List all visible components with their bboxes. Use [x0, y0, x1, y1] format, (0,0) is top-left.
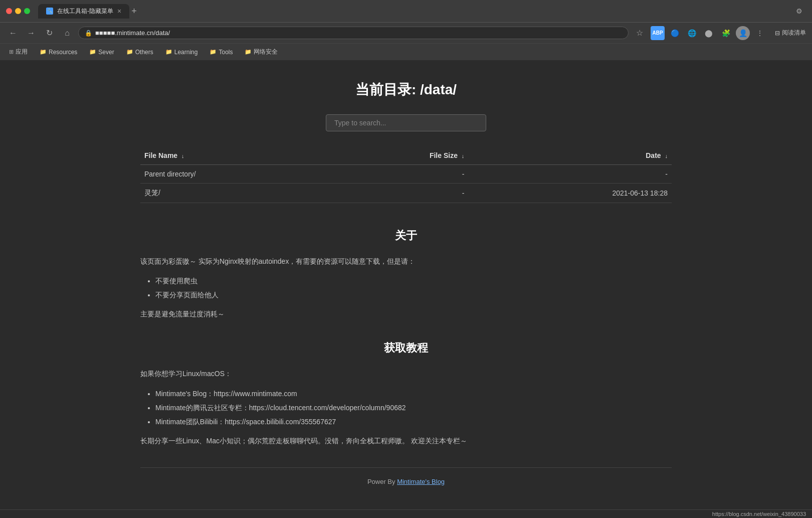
bookmark-sever-label: Sever [98, 49, 114, 56]
bookmark-learning-label: Learning [174, 49, 198, 56]
nav-bar: ← → ↻ ⌂ 🔒 ☆ ABP 🔵 🌐 ⬤ 🧩 👤 ⋮ ⊟ 阅读清单 [0, 22, 812, 43]
status-bar: https://blog.csdn.net/weixin_43890033 [0, 509, 812, 518]
abp-extension-icon[interactable]: ABP [651, 26, 665, 40]
page-title: 当前目录: /data/ [140, 80, 672, 99]
about-section: 关于 该页面为彩蛋嗷～ 实际为Nginx映射的autoindex，有需要的资源可… [140, 228, 672, 320]
tutorial-link-item: Mintimate的腾讯云社区专栏：https://cloud.tencent.… [155, 401, 672, 415]
active-tab[interactable]: 🔧 在线工具箱-隐藏菜单 × [38, 4, 129, 19]
bookmarks-bar: ⊞ 应用 📁 Resources 📁 Sever 📁 Others 📁 Lear… [0, 43, 812, 60]
date-column-header[interactable]: Date ↓ [468, 146, 672, 165]
folder-icon-resources: 📁 [40, 49, 47, 55]
about-note: 主要是避免流量过度消耗～ [140, 308, 672, 320]
tutorial-closing: 长期分享一些Linux、Mac小知识；偶尔荒腔走板聊聊代码。没错，奔向全栈工程师… [140, 435, 672, 447]
back-button[interactable]: ← [6, 26, 20, 40]
filesize-cell: - [331, 184, 469, 203]
status-url: https://blog.csdn.net/weixin_43890033 [712, 511, 806, 517]
filesize-sort-icon: ↓ [462, 153, 465, 159]
date-sort-icon: ↓ [665, 153, 668, 159]
footer: Power By Mintimate's Blog [140, 467, 672, 495]
bookmark-tools-label: Tools [219, 49, 233, 56]
url-input[interactable] [95, 29, 622, 37]
bookmark-learning[interactable]: 📁 Learning [162, 48, 201, 57]
filename-sort-icon: ↓ [181, 153, 184, 159]
bookmark-apps-label: 应用 [16, 48, 28, 56]
filesize-cell: - [331, 165, 469, 184]
about-title: 关于 [140, 228, 672, 243]
tutorial-section: 获取教程 如果你想学习Linux/macOS： Mintimate's Blog… [140, 340, 672, 447]
file-link[interactable]: 灵笼/ [144, 189, 160, 197]
bookmark-apps[interactable]: ⊞ 应用 [6, 47, 31, 57]
bookmark-security-label: 网络安全 [254, 48, 278, 56]
browser-chrome: 🔧 在线工具箱-隐藏菜单 × + ⚙ ← → ↻ ⌂ 🔒 ☆ ABP 🔵 🌐 ⬤… [0, 0, 812, 60]
filename-cell: Parent directory/ [140, 165, 331, 184]
page-content: 当前目录: /data/ File Name ↓ File Size ↓ Dat… [0, 60, 812, 509]
menu-icon[interactable]: ⋮ [753, 26, 767, 40]
about-description: 该页面为彩蛋嗷～ 实际为Nginx映射的autoindex，有需要的资源可以随意… [140, 255, 672, 268]
search-input[interactable] [326, 114, 486, 131]
filename-cell: 灵笼/ [140, 184, 331, 203]
about-rule-item: 不要分享页面给他人 [155, 288, 672, 302]
home-button[interactable]: ⌂ [60, 26, 74, 40]
reader-list-icon: ⊟ [775, 30, 780, 37]
nav-right-icons: ABP 🔵 🌐 ⬤ 🧩 👤 ⋮ [651, 26, 767, 40]
extensions-icon[interactable]: 🧩 [719, 26, 733, 40]
extension-icon-2[interactable]: 🌐 [685, 26, 699, 40]
bookmark-others[interactable]: 📁 Others [123, 48, 156, 57]
title-bar: 🔧 在线工具箱-隐藏菜单 × + ⚙ [0, 0, 812, 22]
tutorial-link-item: Mintimate's Blog：https://www.mintimate.c… [155, 387, 672, 401]
tab-bar: 🔧 在线工具箱-隐藏菜单 × + [38, 4, 788, 19]
bookmark-tools[interactable]: 📁 Tools [207, 48, 236, 57]
folder-icon-sever: 📁 [89, 49, 96, 55]
table-row: 灵笼/ - 2021-06-13 18:28 [140, 184, 672, 203]
tab-title: 在线工具箱-隐藏菜单 [57, 7, 113, 16]
forward-button[interactable]: → [24, 26, 38, 40]
bookmark-sever[interactable]: 📁 Sever [86, 48, 117, 57]
extension-icon-3[interactable]: ⬤ [702, 26, 716, 40]
traffic-lights [6, 8, 30, 14]
bookmark-resources[interactable]: 📁 Resources [37, 48, 80, 57]
about-rules-list: 不要使用爬虫不要分享页面给他人 [140, 274, 672, 302]
address-bar[interactable]: 🔒 [78, 27, 629, 39]
lock-icon: 🔒 [85, 30, 92, 37]
bookmark-star-button[interactable]: ☆ [633, 26, 647, 40]
bookmark-resources-label: Resources [49, 49, 77, 56]
reader-list-label: 阅读清单 [782, 29, 806, 37]
filename-column-header[interactable]: File Name ↓ [140, 146, 331, 165]
profile-icon[interactable]: 👤 [736, 26, 750, 40]
settings-icon[interactable]: ⚙ [792, 4, 806, 18]
minimize-window-button[interactable] [15, 8, 21, 14]
apps-grid-icon: ⊞ [9, 49, 14, 55]
table-row: Parent directory/ - - [140, 165, 672, 184]
tutorial-intro: 如果你想学习Linux/macOS： [140, 368, 672, 380]
about-rule-item: 不要使用爬虫 [155, 274, 672, 288]
date-cell: 2021-06-13 18:28 [468, 184, 672, 203]
extension-icon-1[interactable]: 🔵 [668, 26, 682, 40]
tutorial-links-list: Mintimate's Blog：https://www.mintimate.c… [140, 387, 672, 429]
footer-text: Power By [367, 478, 397, 485]
folder-icon-others: 📁 [126, 49, 133, 55]
filesize-column-header[interactable]: File Size ↓ [331, 146, 469, 165]
tab-close-button[interactable]: × [117, 7, 121, 15]
file-table: File Name ↓ File Size ↓ Date ↓ Parent di… [140, 146, 672, 203]
folder-icon-learning: 📁 [165, 49, 172, 55]
reader-list-button[interactable]: ⊟ 阅读清单 [775, 29, 806, 37]
tutorial-link-item: Mintimate团队Bilibili：https://space.bilibi… [155, 415, 672, 429]
folder-icon-security: 📁 [245, 49, 252, 55]
page-inner: 当前目录: /data/ File Name ↓ File Size ↓ Dat… [130, 60, 682, 509]
bookmark-others-label: Others [135, 49, 153, 56]
file-link[interactable]: Parent directory/ [144, 170, 196, 178]
close-window-button[interactable] [6, 8, 12, 14]
folder-icon-tools: 📁 [210, 49, 217, 55]
tab-favicon-icon: 🔧 [46, 8, 53, 15]
tutorial-title: 获取教程 [140, 340, 672, 356]
refresh-button[interactable]: ↻ [42, 26, 56, 40]
date-cell: - [468, 165, 672, 184]
footer-link[interactable]: Mintimate's Blog [397, 478, 445, 485]
bookmark-security[interactable]: 📁 网络安全 [242, 47, 281, 57]
maximize-window-button[interactable] [24, 8, 30, 14]
new-tab-button[interactable]: + [131, 6, 137, 17]
